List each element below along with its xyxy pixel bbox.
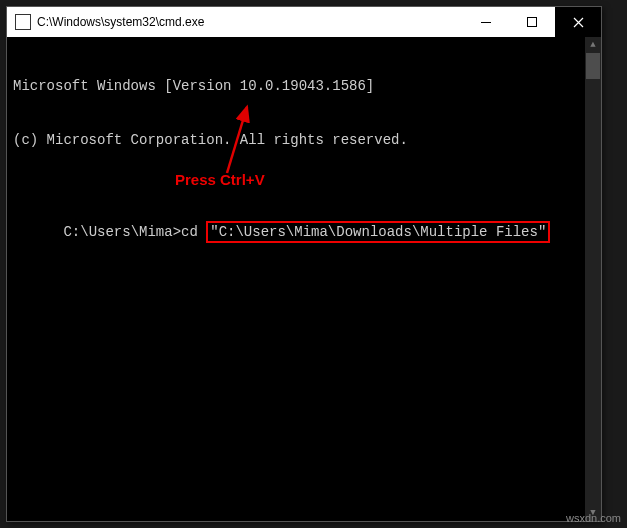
- maximize-button[interactable]: [509, 7, 555, 37]
- output-line-version: Microsoft Windows [Version 10.0.19043.15…: [13, 77, 595, 95]
- cmd-window: C:\Windows\system32\cmd.exe Microsoft Wi…: [6, 6, 602, 522]
- close-button[interactable]: [555, 7, 601, 37]
- vertical-scrollbar[interactable]: ▲ ▼: [585, 37, 601, 521]
- prompt-text: C:\Users\Mima>cd: [63, 224, 197, 240]
- cmd-app-icon: [15, 14, 31, 30]
- scrollbar-up-icon[interactable]: ▲: [585, 37, 601, 53]
- output-line-copyright: (c) Microsoft Corporation. All rights re…: [13, 131, 595, 149]
- watermark-text: wsxdn.com: [566, 512, 621, 524]
- highlighted-path: "C:\Users\Mima\Downloads\Multiple Files": [206, 221, 550, 243]
- titlebar[interactable]: C:\Windows\system32\cmd.exe: [7, 7, 601, 37]
- close-icon: [573, 17, 584, 28]
- terminal-area[interactable]: Microsoft Windows [Version 10.0.19043.15…: [7, 37, 601, 301]
- prompt-line: C:\Users\Mima>cd "C:\Users\Mima\Download…: [13, 203, 595, 261]
- window-title: C:\Windows\system32\cmd.exe: [37, 15, 204, 29]
- scrollbar-thumb[interactable]: [586, 53, 600, 79]
- minimize-button[interactable]: [463, 7, 509, 37]
- annotation-label: Press Ctrl+V: [175, 171, 265, 188]
